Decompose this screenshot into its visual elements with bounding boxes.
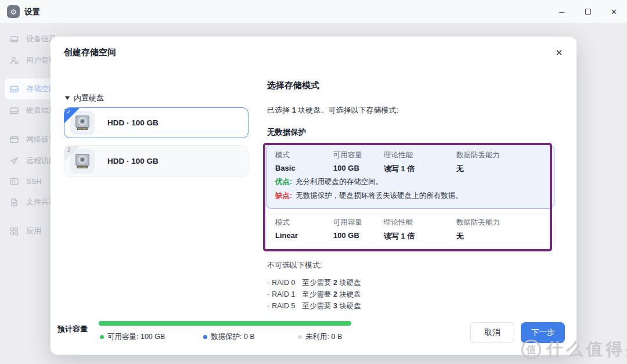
minimize-button[interactable]: ─	[549, 0, 575, 23]
create-storage-dialog: 创建存储空间 ✕ 选择硬盘 内置硬盘 ✓ HDD · 100 GB 2	[51, 37, 576, 355]
mode-capacity: 100 GB	[333, 164, 359, 172]
disk-card-2[interactable]: 2 HDD · 100 GB	[64, 145, 248, 177]
mode-name: Basic	[275, 164, 296, 172]
window-controls: ─ ✕	[549, 0, 627, 23]
mode-capacity: 100 GB	[333, 231, 359, 240]
selected-disk-count: 1	[292, 106, 296, 114]
unavailable-modes-heading: 不可选以下模式:	[267, 260, 322, 271]
mode-table-values: Basic 100 GB 读写 1 倍 无	[266, 164, 554, 174]
raid5-requirement: ·RAID 5至少需要 3 块硬盘	[267, 301, 361, 313]
cancel-button[interactable]: 取消	[470, 322, 514, 343]
gray-dot-icon	[298, 335, 302, 339]
internal-disk-group-toggle[interactable]: 内置硬盘	[65, 92, 104, 104]
disk-group-label: 内置硬盘	[74, 93, 104, 103]
title-bar: ⚙ 设置	[0, 0, 627, 23]
green-dot-icon	[100, 335, 104, 339]
mode-name: Linear	[275, 231, 298, 240]
next-step-button[interactable]: 下一步	[521, 322, 565, 343]
network-icon	[9, 135, 19, 145]
sidebar-item-label: 应用	[26, 226, 41, 236]
raid1-requirement: ·RAID 1至少需要 2 块硬盘	[267, 290, 361, 301]
mode-table-values: Linear 100 GB 读写 1 倍 无	[266, 231, 554, 242]
window-title: 设置	[24, 7, 40, 17]
mode-performance: 读写 1 倍	[384, 164, 415, 174]
mode-pros: 优点:充分利用硬盘的存储空间。	[275, 177, 383, 187]
remote-access-icon	[9, 156, 19, 166]
disk-card-label: HDD · 100 GB	[107, 118, 158, 127]
slot-corner-badge	[64, 146, 80, 161]
ssh-terminal-icon	[9, 176, 19, 186]
mode-protection: 无	[456, 164, 464, 174]
storage-icon	[9, 84, 19, 94]
legend-protection: 数据保护: 0 B	[203, 331, 255, 342]
legend-available: 可用容量: 100 GB	[100, 331, 165, 342]
file-share-icon	[9, 197, 19, 207]
mode-performance: 读写 1 倍	[384, 231, 415, 242]
mode-card-basic[interactable]: 模式 可用容量 理论性能 数据防丢能力 Basic 100 GB 读写 1 倍 …	[266, 144, 554, 209]
user-icon	[9, 56, 19, 66]
settings-gear-icon: ⚙	[7, 5, 20, 18]
legend-unused: 未利用: 0 B	[298, 331, 342, 342]
sidebar-item-label: SSH	[26, 177, 42, 186]
mode-protection: 无	[456, 231, 464, 242]
disk-card-label: HDD · 100 GB	[107, 157, 158, 165]
apps-grid-icon	[9, 226, 19, 236]
blue-dot-icon	[203, 335, 207, 339]
maximize-button[interactable]	[575, 0, 601, 23]
check-icon: ✓	[66, 109, 71, 115]
mode-table-header: 模式 可用容量 理论性能 数据防丢能力	[266, 218, 554, 228]
mode-table-header: 模式 可用容量 理论性能 数据防丢能力	[266, 150, 554, 161]
maximize-icon	[585, 9, 591, 15]
disk-icon	[9, 106, 19, 116]
device-icon	[9, 34, 19, 44]
select-mode-heading: 选择存储模式	[267, 80, 319, 91]
mode-card-linear[interactable]: 模式 可用容量 理论性能 数据防丢能力 Linear 100 GB 读写 1 倍…	[266, 214, 554, 248]
dialog-close-icon[interactable]: ✕	[551, 45, 567, 61]
chevron-down-icon	[65, 96, 70, 100]
no-protection-group-heading: 无数据保护	[267, 127, 307, 138]
mode-cons: 缺点:无数据保护，硬盘损坏将丢失该硬盘上的所有数据。	[275, 191, 463, 201]
selection-summary: 已选择 1 块硬盘。可选择以下存储模式:	[267, 105, 398, 116]
raid0-requirement: ·RAID 0至少需要 2 块硬盘	[267, 278, 361, 290]
dialog-title: 创建存储空间	[64, 47, 116, 58]
capacity-progress-bar	[99, 321, 351, 326]
disk-card-1[interactable]: ✓ HDD · 100 GB	[64, 107, 248, 138]
close-window-button[interactable]: ✕	[601, 0, 627, 23]
estimated-capacity-label: 预计容量	[57, 324, 88, 334]
slot-number: 2	[67, 147, 71, 153]
